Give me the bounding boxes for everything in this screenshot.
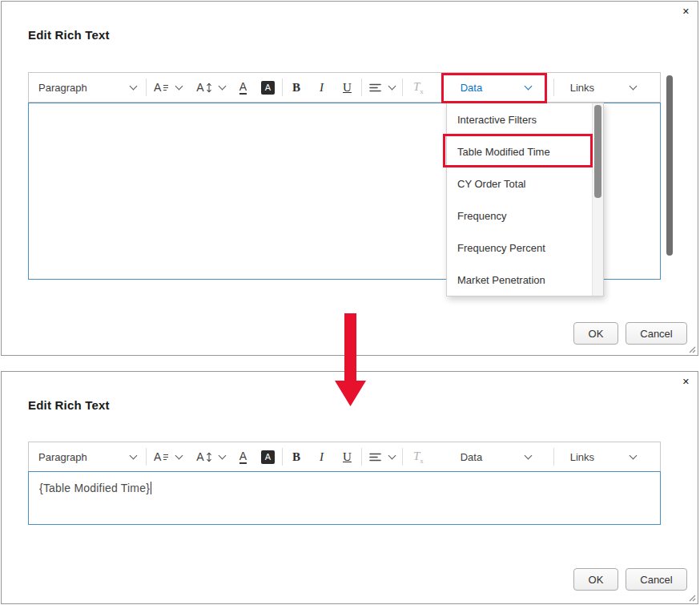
paragraph-style-select[interactable]: Paragraph (29, 73, 146, 102)
chevron-down-icon (629, 451, 637, 459)
up-down-arrow-icon (206, 83, 212, 93)
clear-formatting-icon: Tx (410, 450, 427, 465)
menu-item-table-modified-time[interactable]: Table Modified Time (447, 135, 593, 167)
paragraph-style-label: Paragraph (38, 82, 87, 94)
highlight-icon: A (261, 450, 275, 464)
resize-grip[interactable] (688, 594, 696, 602)
chevron-down-icon (218, 451, 226, 459)
bold-icon: B (290, 450, 303, 464)
dialog-scrollbar-thumb[interactable] (666, 75, 673, 256)
alignment-button[interactable] (362, 442, 402, 471)
close-icon[interactable]: ✕ (682, 377, 690, 386)
data-dropdown-menu: Interactive Filters Table Modified Time … (446, 103, 604, 296)
font-color-button[interactable]: A (232, 442, 254, 471)
rich-text-toolbar: Paragraph A A A A B (28, 72, 661, 103)
ok-button[interactable]: OK (573, 322, 618, 345)
highlight-icon: A (261, 81, 275, 95)
highlight-color-button[interactable]: A (254, 73, 282, 102)
data-dropdown-label: Data (461, 82, 482, 94)
data-dropdown[interactable]: Data (451, 442, 541, 471)
bold-icon: B (290, 81, 303, 95)
data-dropdown[interactable]: Data (451, 73, 541, 102)
font-size-button[interactable]: A (189, 442, 231, 471)
screenshot-stage: ✕ Edit Rich Text Paragraph A A A A (0, 0, 700, 605)
resize-grip[interactable] (688, 345, 696, 353)
font-color-icon: A (239, 450, 247, 464)
editor-text: {Table Modified Time} (39, 482, 150, 494)
toolbar-separator (553, 79, 554, 96)
bold-button[interactable]: B (283, 442, 310, 471)
italic-button[interactable]: I (310, 442, 333, 471)
cancel-button[interactable]: Cancel (626, 568, 687, 591)
clear-formatting-button: Tx (403, 73, 434, 102)
bold-button[interactable]: B (283, 73, 310, 102)
italic-icon: I (317, 81, 326, 95)
edit-rich-text-dialog-bottom: ✕ Edit Rich Text Paragraph A A A A (1, 371, 698, 604)
edit-rich-text-dialog-top: ✕ Edit Rich Text Paragraph A A A A (1, 1, 698, 356)
font-size-icon: A (196, 450, 203, 463)
chevron-down-icon (175, 451, 183, 459)
cancel-button[interactable]: Cancel (626, 322, 687, 345)
dialog-title: Edit Rich Text (28, 398, 110, 412)
chevron-down-icon (130, 82, 138, 90)
links-dropdown[interactable]: Links (561, 73, 646, 102)
font-family-button[interactable]: A (147, 73, 189, 102)
chevron-down-icon (388, 82, 396, 90)
close-icon[interactable]: ✕ (682, 7, 690, 16)
chevron-down-icon (524, 451, 532, 459)
links-dropdown-label: Links (570, 82, 594, 94)
rich-text-editor[interactable]: {Table Modified Time} (28, 471, 661, 525)
up-down-arrow-icon (206, 452, 212, 462)
menu-item-interactive-filters[interactable]: Interactive Filters (447, 103, 593, 135)
menu-item-frequency-percent[interactable]: Frequency Percent (447, 232, 593, 264)
font-color-button[interactable]: A (232, 73, 254, 102)
links-dropdown[interactable]: Links (561, 442, 646, 471)
menu-scrollbar-thumb[interactable] (594, 105, 601, 198)
text-lines-icon (163, 453, 169, 462)
chevron-down-icon (175, 82, 183, 90)
clear-formatting-button: Tx (403, 442, 434, 471)
chevron-down-icon (130, 451, 138, 459)
text-lines-icon (163, 83, 169, 92)
align-left-icon (369, 452, 382, 462)
menu-item-frequency[interactable]: Frequency (447, 200, 593, 232)
align-left-icon (369, 83, 382, 93)
font-color-icon: A (239, 80, 247, 95)
chevron-down-icon (524, 82, 532, 90)
highlight-color-button[interactable]: A (254, 442, 282, 471)
menu-scrollbar[interactable] (592, 103, 603, 296)
italic-icon: I (317, 450, 326, 464)
underline-button[interactable]: U (333, 73, 361, 102)
font-family-icon: A (154, 450, 161, 463)
menu-item-cy-order-total[interactable]: CY Order Total (447, 167, 593, 200)
underline-icon: U (340, 450, 354, 464)
alignment-button[interactable] (362, 73, 402, 102)
data-dropdown-label: Data (461, 451, 482, 463)
paragraph-style-label: Paragraph (38, 451, 87, 463)
chevron-down-icon (218, 82, 226, 90)
text-cursor (151, 482, 151, 494)
clear-formatting-icon: Tx (410, 80, 427, 95)
font-size-button[interactable]: A (189, 73, 231, 102)
paragraph-style-select[interactable]: Paragraph (29, 442, 146, 471)
font-size-icon: A (196, 81, 203, 94)
links-dropdown-label: Links (570, 451, 594, 463)
menu-item-market-penetration[interactable]: Market Penetration (447, 264, 593, 296)
dialog-title: Edit Rich Text (28, 28, 110, 42)
italic-button[interactable]: I (310, 73, 333, 102)
rich-text-toolbar: Paragraph A A A A B (28, 442, 661, 472)
underline-icon: U (340, 81, 354, 95)
toolbar-separator (553, 448, 554, 466)
font-family-icon: A (154, 81, 161, 94)
ok-button[interactable]: OK (573, 568, 618, 591)
chevron-down-icon (629, 82, 637, 90)
underline-button[interactable]: U (333, 442, 361, 471)
chevron-down-icon (388, 451, 396, 459)
font-family-button[interactable]: A (147, 442, 189, 471)
